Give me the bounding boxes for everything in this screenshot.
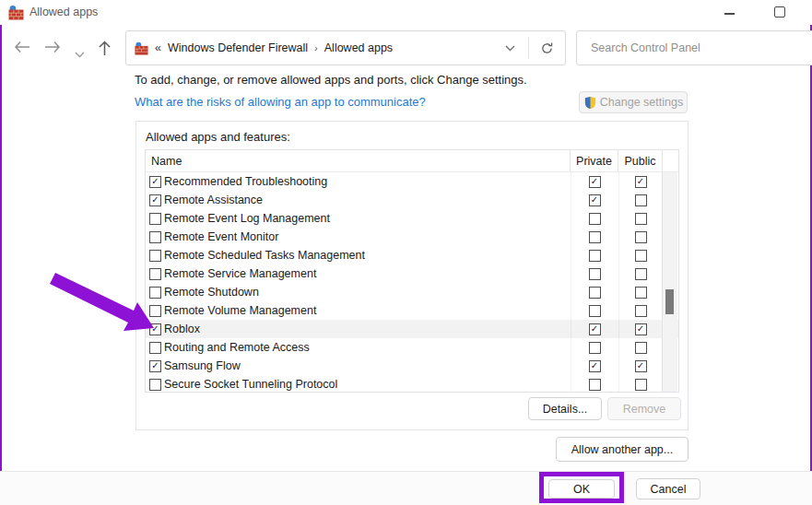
app-checkbox[interactable]: ✓ bbox=[149, 360, 161, 372]
app-checkbox[interactable] bbox=[149, 379, 161, 391]
private-checkbox[interactable]: ✓ bbox=[589, 360, 601, 372]
private-checkbox[interactable]: ✓ bbox=[589, 323, 601, 335]
app-name-cell: ✓Recommended Troubleshooting bbox=[146, 175, 571, 188]
public-checkbox[interactable] bbox=[635, 305, 647, 317]
search-input[interactable]: Search Control Panel bbox=[576, 30, 812, 65]
column-header-public[interactable]: Public bbox=[618, 150, 663, 171]
list-item[interactable]: Remote Event Log Management bbox=[146, 209, 678, 228]
public-checkbox[interactable] bbox=[635, 268, 647, 280]
risks-link[interactable]: What are the risks of allowing an app to… bbox=[135, 95, 426, 109]
app-name-label: Remote Scheduled Tasks Management bbox=[164, 249, 365, 262]
public-checkbox[interactable]: ✓ bbox=[635, 360, 647, 372]
public-checkbox[interactable] bbox=[635, 250, 647, 262]
address-dropdown-icon[interactable] bbox=[505, 45, 515, 52]
app-name-label: Samsung Flow bbox=[164, 359, 241, 372]
list-item[interactable]: Remote Volume Management bbox=[146, 301, 678, 320]
private-checkbox[interactable] bbox=[589, 213, 601, 225]
list-item[interactable]: Remote Service Management bbox=[146, 264, 678, 283]
minimize-icon[interactable] bbox=[724, 13, 735, 15]
cancel-button[interactable]: Cancel bbox=[636, 478, 700, 499]
list-item[interactable]: ✓Samsung Flow✓✓ bbox=[146, 357, 678, 375]
refresh-icon[interactable] bbox=[540, 41, 554, 55]
list-item[interactable]: Remote Shutdown bbox=[146, 283, 678, 301]
search-placeholder: Search Control Panel bbox=[591, 41, 700, 54]
up-icon[interactable] bbox=[98, 41, 112, 60]
breadcrumb-overflow[interactable]: « bbox=[155, 41, 161, 54]
public-checkbox[interactable]: ✓ bbox=[635, 176, 647, 188]
app-checkbox[interactable]: ✓ bbox=[149, 323, 161, 335]
remove-button[interactable]: Remove bbox=[607, 397, 681, 420]
firewall-icon bbox=[8, 5, 24, 24]
private-checkbox[interactable] bbox=[589, 268, 601, 280]
private-cell bbox=[571, 213, 618, 225]
app-checkbox[interactable]: ✓ bbox=[149, 194, 161, 206]
app-name-cell: Remote Event Log Management bbox=[146, 212, 571, 225]
app-checkbox[interactable] bbox=[149, 250, 161, 262]
app-name-label: Remote Assistance bbox=[164, 194, 263, 206]
breadcrumb-separator-icon: › bbox=[314, 42, 318, 53]
uac-shield-icon bbox=[583, 96, 597, 110]
public-checkbox[interactable] bbox=[635, 231, 647, 243]
change-settings-button[interactable]: Change settings bbox=[579, 91, 688, 113]
details-button[interactable]: Details... bbox=[528, 397, 602, 420]
column-header-private[interactable]: Private bbox=[571, 150, 618, 171]
private-checkbox[interactable] bbox=[589, 342, 601, 354]
private-checkbox[interactable]: ✓ bbox=[589, 176, 601, 188]
app-checkbox[interactable] bbox=[149, 268, 161, 280]
column-header-name[interactable]: Name bbox=[146, 150, 571, 171]
app-name-cell: ✓Remote Assistance bbox=[146, 194, 571, 206]
app-checkbox[interactable] bbox=[149, 231, 161, 243]
list-item[interactable]: Routing and Remote Access bbox=[146, 338, 678, 357]
address-bar-divider bbox=[528, 37, 529, 59]
app-checkbox[interactable] bbox=[149, 213, 161, 225]
private-checkbox[interactable]: ✓ bbox=[589, 194, 601, 206]
private-cell bbox=[571, 268, 618, 280]
app-name-cell: ✓Roblox bbox=[146, 323, 571, 335]
list-item[interactable]: Remote Event Monitor bbox=[146, 228, 678, 246]
scrollbar-thumb[interactable] bbox=[665, 289, 674, 314]
app-name-cell: Remote Shutdown bbox=[146, 286, 571, 299]
private-checkbox[interactable] bbox=[589, 250, 601, 262]
app-checkbox[interactable] bbox=[149, 342, 161, 354]
list-item[interactable]: ✓Roblox✓✓ bbox=[146, 320, 678, 338]
instruction-text: To add, change, or remove allowed apps a… bbox=[135, 73, 527, 87]
scrollbar-track[interactable] bbox=[662, 172, 677, 393]
allow-another-app-button[interactable]: Allow another app... bbox=[556, 437, 688, 462]
public-checkbox[interactable] bbox=[635, 342, 647, 354]
app-checkbox[interactable]: ✓ bbox=[149, 176, 161, 188]
list-item[interactable]: ✓Recommended Troubleshooting✓✓ bbox=[146, 172, 678, 191]
list-item[interactable]: Secure Socket Tunneling Protocol bbox=[146, 375, 678, 393]
ok-button[interactable]: OK bbox=[548, 479, 615, 499]
public-checkbox[interactable] bbox=[635, 213, 647, 225]
app-name-cell: Remote Event Monitor bbox=[146, 230, 571, 243]
public-cell: ✓ bbox=[618, 176, 663, 188]
private-checkbox[interactable] bbox=[589, 379, 601, 391]
private-checkbox[interactable] bbox=[589, 287, 601, 299]
public-cell bbox=[618, 342, 663, 354]
app-name-label: Remote Event Monitor bbox=[164, 230, 278, 243]
private-checkbox[interactable] bbox=[589, 305, 601, 317]
forward-icon[interactable] bbox=[44, 41, 61, 57]
public-checkbox[interactable]: ✓ bbox=[635, 323, 647, 335]
public-checkbox[interactable] bbox=[635, 194, 647, 206]
breadcrumb-item-allowed-apps[interactable]: Allowed apps bbox=[324, 41, 393, 54]
list-header: Name Private Public bbox=[146, 150, 678, 172]
recent-pages-chevron-icon[interactable] bbox=[75, 45, 85, 62]
public-checkbox[interactable] bbox=[635, 287, 647, 299]
public-cell: ✓ bbox=[618, 323, 663, 335]
private-checkbox[interactable] bbox=[589, 231, 601, 243]
app-checkbox[interactable] bbox=[149, 305, 161, 317]
breadcrumb-item-firewall[interactable]: Windows Defender Firewall bbox=[168, 41, 308, 54]
list-item[interactable]: Remote Scheduled Tasks Management bbox=[146, 246, 678, 264]
allowed-apps-list[interactable]: Name Private Public ✓Recommended Trouble… bbox=[145, 149, 679, 393]
app-name-label: Roblox bbox=[164, 323, 200, 335]
maximize-icon[interactable] bbox=[774, 6, 785, 18]
public-checkbox[interactable] bbox=[635, 379, 647, 391]
address-bar[interactable]: « Windows Defender Firewall › Allowed ap… bbox=[125, 30, 566, 65]
private-cell bbox=[571, 379, 618, 391]
back-icon[interactable] bbox=[14, 41, 30, 57]
list-item[interactable]: ✓Remote Assistance✓ bbox=[146, 191, 678, 209]
app-checkbox[interactable] bbox=[149, 287, 161, 299]
app-name-cell: Secure Socket Tunneling Protocol bbox=[146, 378, 571, 391]
private-cell: ✓ bbox=[571, 360, 618, 372]
